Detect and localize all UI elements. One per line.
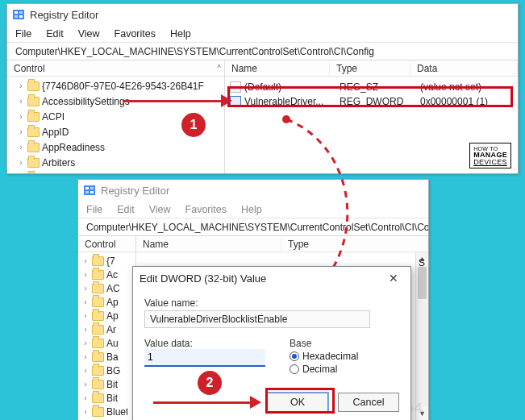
chevron-right-icon: › bbox=[17, 112, 25, 121]
chevron-right-icon: › bbox=[17, 127, 25, 136]
tree-item[interactable]: ›Ac bbox=[81, 268, 135, 281]
tree-label: Ac bbox=[106, 269, 118, 281]
folder-icon bbox=[92, 352, 104, 362]
chevron-right-icon: › bbox=[81, 380, 90, 389]
tree-item[interactable]: ›{7 bbox=[81, 254, 135, 268]
col-name[interactable]: Name bbox=[225, 63, 330, 74]
folder-icon bbox=[92, 325, 104, 335]
svg-rect-7 bbox=[84, 185, 95, 195]
titlebar[interactable]: Registry Editor bbox=[7, 4, 518, 25]
tree-item[interactable]: ›AC bbox=[81, 281, 135, 295]
folder-icon bbox=[27, 158, 40, 168]
tree-label: Bluetooth bbox=[106, 406, 127, 418]
value-type-icon bbox=[230, 81, 241, 93]
col-type[interactable]: Type bbox=[330, 63, 410, 74]
folder-icon bbox=[92, 297, 104, 307]
tree-item[interactable]: ›Arbiters bbox=[17, 155, 224, 170]
tree-item[interactable]: ›Bit bbox=[81, 391, 135, 405]
dialog-titlebar[interactable]: Edit DWORD (32-bit) Value ✕ bbox=[133, 267, 410, 289]
tree-label: AC bbox=[106, 283, 120, 294]
registry-path: Computer\HKEY_LOCAL_MACHINE\SYSTEM\Curre… bbox=[15, 46, 374, 57]
tree-item[interactable]: ›Ar bbox=[81, 322, 135, 336]
tree-item[interactable]: ›{7746D80F-97E0-4E26-9543-26B41F bbox=[17, 78, 224, 94]
registry-editor-window-1: Registry Editor File Edit View Favorites… bbox=[6, 3, 519, 174]
folder-icon bbox=[27, 112, 40, 122]
tree-item[interactable]: ›AppReadiness bbox=[17, 139, 224, 155]
menu-file[interactable]: File bbox=[86, 204, 102, 215]
col-name[interactable]: Name bbox=[136, 239, 281, 250]
chevron-right-icon: › bbox=[81, 256, 90, 265]
tree-item[interactable]: ›AutoAttachVirtualDisks bbox=[17, 170, 224, 173]
brand-badge: HOW TO MANAGE DEVICES bbox=[469, 143, 511, 168]
dialog-title: Edit DWORD (32-bit) Value bbox=[140, 272, 266, 285]
tree-item[interactable]: ›Au bbox=[81, 336, 135, 350]
tree-item[interactable]: ›BG bbox=[81, 364, 135, 377]
registry-path: Computer\HKEY_LOCAL_MACHINE\SYSTEM\Curre… bbox=[86, 222, 428, 233]
col-type[interactable]: Type bbox=[281, 239, 428, 250]
tree-header[interactable]: Control ^ bbox=[7, 60, 224, 77]
value-name-field[interactable]: VulnerableDriverBlocklistEnable bbox=[144, 310, 370, 328]
col-data[interactable]: Data bbox=[410, 63, 518, 74]
tree-item[interactable]: ›Ba bbox=[81, 350, 135, 364]
svg-rect-9 bbox=[90, 187, 94, 189]
folder-icon bbox=[92, 270, 104, 280]
tree-label: Bit bbox=[106, 393, 118, 404]
titlebar[interactable]: Registry Editor bbox=[78, 180, 428, 201]
folder-icon bbox=[92, 284, 104, 293]
svg-rect-0 bbox=[13, 10, 24, 19]
tree-label: BG bbox=[106, 365, 120, 376]
menu-favorites[interactable]: Favorites bbox=[115, 28, 156, 40]
menu-view[interactable]: View bbox=[78, 28, 100, 40]
cancel-button[interactable]: Cancel bbox=[338, 393, 399, 412]
menu-edit[interactable]: Edit bbox=[117, 204, 135, 215]
arrow-1-head bbox=[221, 94, 232, 107]
value-row[interactable]: (Default)REG_SZ(value not set) bbox=[225, 80, 518, 94]
tree-label: Ap bbox=[106, 297, 119, 308]
ok-button[interactable]: OK bbox=[267, 393, 328, 412]
folder-icon bbox=[92, 380, 104, 389]
radio-hexadecimal[interactable]: Hexadecimal bbox=[290, 351, 358, 362]
arrow-2-line bbox=[153, 401, 250, 404]
value-type: REG_DWORD bbox=[340, 96, 420, 107]
chevron-right-icon: › bbox=[81, 366, 90, 375]
menu-help[interactable]: Help bbox=[241, 204, 262, 215]
values-grid[interactable]: Name Type Data (Default)REG_SZ(value not… bbox=[225, 60, 518, 173]
regedit-icon bbox=[83, 184, 96, 197]
tree-label: Ar bbox=[106, 324, 116, 335]
folder-icon bbox=[27, 81, 40, 91]
tree-panel[interactable]: Control ›{7›Ac›AC›Ap›Ap›Ar›Au›Ba›BG›Bit›… bbox=[78, 236, 136, 420]
menu-view[interactable]: View bbox=[149, 204, 171, 215]
tree-label: AccessibilitySettings bbox=[42, 96, 130, 107]
close-icon[interactable]: ✕ bbox=[383, 272, 404, 285]
value-type: REG_SZ bbox=[340, 81, 420, 93]
value-data-input[interactable] bbox=[144, 349, 265, 367]
tree-item[interactable]: ›Bit bbox=[81, 377, 135, 391]
chevron-right-icon: › bbox=[81, 311, 90, 320]
menu-favorites[interactable]: Favorites bbox=[185, 204, 227, 215]
tree-label: Ap bbox=[106, 310, 119, 322]
svg-rect-10 bbox=[85, 191, 89, 193]
tree-label: ACPI bbox=[42, 111, 65, 123]
folder-icon bbox=[27, 143, 40, 152]
menu-help[interactable]: Help bbox=[170, 28, 191, 40]
window-title: Registry Editor bbox=[30, 9, 98, 21]
tree-label: Bit bbox=[106, 379, 118, 390]
tree-item[interactable]: ›Ap bbox=[81, 295, 135, 309]
menu-file[interactable]: File bbox=[15, 28, 31, 40]
address-bar[interactable]: Computer\HKEY_LOCAL_MACHINE\SYSTEM\Curre… bbox=[7, 43, 518, 60]
value-row[interactable]: VulnerableDriver...REG_DWORD0x00000001 (… bbox=[225, 94, 518, 109]
tree-item[interactable]: ›Bluetooth bbox=[81, 405, 135, 418]
tree-label: {7746D80F-97E0-4E26-9543-26B41F bbox=[42, 81, 204, 92]
address-bar[interactable]: Computer\HKEY_LOCAL_MACHINE\SYSTEM\Curre… bbox=[78, 218, 428, 236]
folder-icon bbox=[27, 173, 40, 174]
menu-edit[interactable]: Edit bbox=[46, 28, 64, 40]
tree-header[interactable]: Control bbox=[78, 236, 135, 252]
value-name: VulnerableDriver... bbox=[244, 96, 340, 107]
chevron-right-icon: › bbox=[81, 339, 90, 347]
folder-icon bbox=[92, 366, 104, 376]
chevron-right-icon: › bbox=[17, 97, 25, 106]
radio-decimal[interactable]: Decimal bbox=[290, 364, 358, 375]
tree-item[interactable]: ›Ap bbox=[81, 309, 135, 322]
svg-rect-8 bbox=[85, 187, 89, 189]
label-value-data: Value data: bbox=[144, 338, 265, 349]
